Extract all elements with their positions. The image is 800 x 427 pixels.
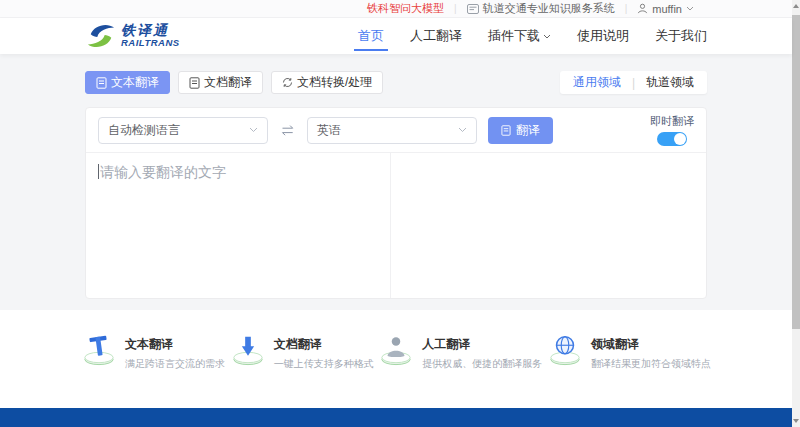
chevron-down-icon <box>686 6 694 11</box>
tab-document-convert[interactable]: 文档转换/处理 <box>271 71 383 94</box>
tab-text-translate[interactable]: 文本翻译 <box>85 71 170 94</box>
translate-workspace: 请输入要翻译的文字 <box>86 153 706 298</box>
target-language-value: 英语 <box>317 122 341 139</box>
user-icon <box>637 3 648 14</box>
model-link[interactable]: 铁科智问大模型 <box>367 1 444 16</box>
instant-translate-toggle[interactable] <box>657 132 687 146</box>
features-section: 文本翻译 满足跨语言交流的需求 文档翻译 一键上传支持多种格式 <box>0 310 792 408</box>
tab-label: 文档转换/处理 <box>297 74 372 91</box>
input-placeholder: 请输入要翻译的文字 <box>100 164 226 180</box>
system-link[interactable]: 轨道交通专业知识服务系统 <box>467 1 615 16</box>
main-nav: 首页 人工翻译 插件下载 使用说明 关于我们 <box>358 18 707 54</box>
logo-swoosh-icon <box>85 22 117 50</box>
header: 铁译通 RAILTRANS 首页 人工翻译 插件下载 <box>0 18 792 54</box>
tab-label: 文本翻译 <box>111 74 159 91</box>
tab-document-translate[interactable]: 文档翻译 <box>178 71 263 94</box>
scrollbar-down-button[interactable] <box>792 415 800 427</box>
tab-label: 文档翻译 <box>204 74 252 91</box>
feature-desc: 一键上传支持多种格式 <box>274 357 374 371</box>
user-menu[interactable]: muffin <box>637 3 694 15</box>
text-translate-icon <box>81 333 117 366</box>
translate-button-label: 翻译 <box>516 122 540 139</box>
language-toolbar: 自动检测语言 英语 <box>86 108 706 153</box>
logo-cn-text: 铁译通 <box>121 24 180 38</box>
human-translator-icon <box>378 333 414 366</box>
nav-plugin-download[interactable]: 插件下载 <box>488 18 551 54</box>
feature-human-translate: 人工翻译 提供权威、便捷的翻译服务 <box>378 333 542 371</box>
nav-label: 人工翻译 <box>410 27 462 45</box>
document-icon <box>189 77 200 89</box>
nav-label: 使用说明 <box>577 27 629 45</box>
feature-domain-translate: 领域翻译 翻译结果更加符合领域特点 <box>547 333 711 371</box>
app-window: 铁科智问大模型 | 轨道交通专业知识服务系统 | muffin <box>0 0 800 427</box>
instant-translate-control: 即时翻译 <box>650 114 694 146</box>
nav-label: 首页 <box>358 27 384 45</box>
domain-globe-icon <box>547 333 583 366</box>
nav-human-translation[interactable]: 人工翻译 <box>410 18 462 54</box>
feature-title: 文本翻译 <box>125 336 225 353</box>
tabs-row: 文本翻译 文档翻译 文档转换/处理 <box>85 71 707 94</box>
feature-desc: 翻译结果更加符合领域特点 <box>591 357 711 371</box>
feature-title: 领域翻译 <box>591 336 711 353</box>
divider: | <box>632 76 635 90</box>
translation-output <box>391 153 706 298</box>
divider: | <box>454 3 457 14</box>
feature-desc: 满足跨语言交流的需求 <box>125 357 225 371</box>
scrollbar-up-button[interactable] <box>792 0 800 12</box>
translate-section: 文本翻译 文档翻译 文档转换/处理 <box>0 54 792 310</box>
domain-switch: 通用领域 | 轨道领域 <box>560 71 707 94</box>
card-icon <box>467 4 479 14</box>
feature-title: 人工翻译 <box>422 336 542 353</box>
domain-general[interactable]: 通用领域 <box>573 74 621 91</box>
target-language-select[interactable]: 英语 <box>307 117 477 144</box>
chevron-down-icon <box>543 34 551 39</box>
document-icon <box>96 77 107 89</box>
scroll-down-icon <box>793 419 799 423</box>
domain-rail[interactable]: 轨道领域 <box>646 74 694 91</box>
translate-panel: 自动检测语言 英语 <box>85 107 707 299</box>
feature-title: 文档翻译 <box>274 336 374 353</box>
username: muffin <box>652 3 682 15</box>
scroll-up-icon <box>793 4 799 8</box>
document-upload-icon <box>230 333 266 366</box>
chevron-down-icon <box>458 127 467 133</box>
swap-languages-icon[interactable] <box>279 124 296 137</box>
logo-en-text: RAILTRANS <box>121 38 180 48</box>
system-link-label: 轨道交通专业知识服务系统 <box>483 1 615 16</box>
chevron-down-icon <box>249 127 258 133</box>
nav-about-us[interactable]: 关于我们 <box>655 18 707 54</box>
instant-translate-label: 即时翻译 <box>650 114 694 129</box>
divider: | <box>625 3 628 14</box>
translate-button[interactable]: 翻译 <box>488 117 553 144</box>
utility-bar: 铁科智问大模型 | 轨道交通专业知识服务系统 | muffin <box>0 0 792 18</box>
source-language-select[interactable]: 自动检测语言 <box>98 117 268 144</box>
brand-logo[interactable]: 铁译通 RAILTRANS <box>85 22 180 50</box>
feature-text-translate: 文本翻译 满足跨语言交流的需求 <box>81 333 225 371</box>
page: 铁科智问大模型 | 轨道交通专业知识服务系统 | muffin <box>0 0 792 427</box>
scrollbar-thumb[interactable] <box>792 15 800 329</box>
feature-desc: 提供权威、便捷的翻译服务 <box>422 357 542 371</box>
text-caret <box>98 164 99 179</box>
convert-refresh-icon <box>282 77 293 88</box>
scrollbar[interactable] <box>792 0 800 427</box>
nav-usage-guide[interactable]: 使用说明 <box>577 18 629 54</box>
footer-bar <box>0 408 792 427</box>
nav-home[interactable]: 首页 <box>358 18 384 54</box>
feature-document-translate: 文档翻译 一键上传支持多种格式 <box>230 333 374 371</box>
nav-label: 插件下载 <box>488 27 540 45</box>
source-text-input[interactable]: 请输入要翻译的文字 <box>86 153 391 298</box>
nav-label: 关于我们 <box>655 27 707 45</box>
document-icon <box>501 125 511 136</box>
toggle-knob <box>674 133 686 145</box>
source-language-value: 自动检测语言 <box>108 122 180 139</box>
